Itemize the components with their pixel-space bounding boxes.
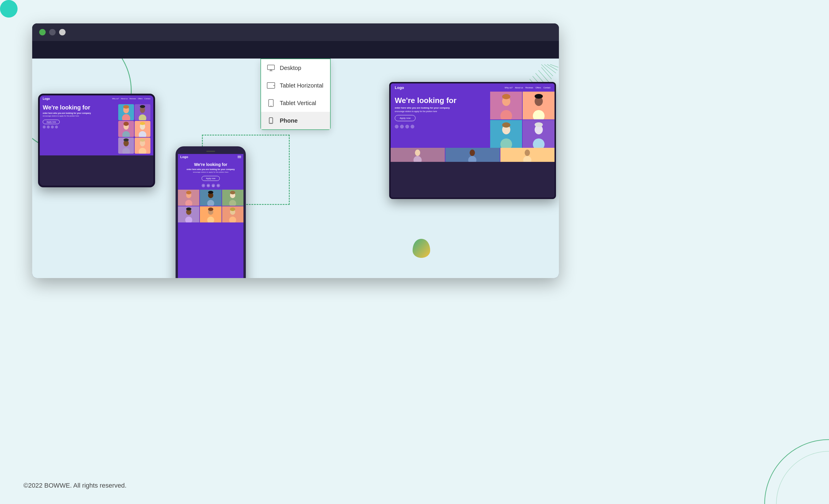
svg-point-7 (274, 85, 275, 86)
desktop-logo: Logo (395, 85, 404, 90)
desktop-social-li (400, 125, 404, 129)
svg-point-50 (185, 217, 192, 222)
svg-point-47 (229, 200, 236, 206)
svg-point-29 (122, 131, 130, 137)
svg-point-38 (139, 148, 146, 154)
desktop-hero-left: We're looking for enter here who you are… (391, 92, 487, 148)
phone-apply-button[interactable]: Apply now (202, 176, 220, 181)
svg-point-42 (186, 191, 191, 194)
browser-window: Phone Desktop (32, 24, 559, 278)
svg-point-24 (123, 105, 129, 109)
desktop-bottom-2 (445, 148, 500, 162)
tablet-description: encourage visitors to apply for the pisi… (43, 115, 116, 117)
device-option-desktop-label: Desktop (280, 65, 301, 71)
svg-point-66 (502, 122, 510, 128)
tablet-photo-2 (135, 104, 150, 120)
phone-social-ig: ◎ (212, 184, 215, 187)
svg-point-11 (271, 122, 271, 123)
browser-titlebar (32, 24, 559, 41)
desktop-subtitle: enter here who you are looking for your … (395, 107, 483, 109)
desktop-headline: We're looking for (395, 96, 483, 105)
desktop-social-h (410, 125, 414, 129)
phone-notch (178, 149, 244, 154)
tablet-photo-5 (118, 138, 134, 154)
titlebar-dot-green[interactable] (39, 29, 46, 35)
svg-point-57 (230, 208, 235, 211)
device-selector[interactable]: Phone Desktop (260, 59, 331, 59)
phone-headline: We're looking for (181, 162, 241, 167)
desktop-apply-button[interactable]: Apply now (395, 115, 416, 121)
svg-point-48 (230, 191, 235, 194)
tablet-social-h (55, 125, 58, 129)
tablet-social-linkedin (47, 125, 50, 129)
desktop-bottom-strip (391, 148, 554, 162)
svg-point-35 (122, 148, 130, 154)
phone-photo-2 (200, 190, 221, 206)
phone-description: enourage visitors to apply for the pisit… (181, 171, 241, 173)
desktop-hero: We're looking for enter here who you are… (391, 92, 554, 148)
phone-social-li: in (207, 184, 210, 187)
tablet-photo-6 (135, 138, 150, 154)
svg-point-63 (535, 94, 543, 99)
page-footer: ©2022 BOWWE. All rights reserved. (24, 482, 127, 490)
svg-point-68 (533, 138, 545, 148)
svg-point-44 (207, 200, 214, 206)
desktop-nav: Logo Why us? About us Reviews Offers Con… (391, 83, 554, 92)
svg-rect-8 (268, 100, 273, 107)
svg-point-36 (123, 138, 129, 141)
tablet-subtitle: enter here who you are looking for your … (43, 112, 116, 114)
phone-photo-grid (178, 190, 244, 222)
titlebar-dot-gray[interactable] (49, 29, 56, 35)
svg-point-54 (208, 208, 213, 211)
tablet-h-icon (267, 81, 275, 89)
svg-point-72 (470, 150, 475, 156)
phone-device: Logo We're looking for enter here who yo… (176, 146, 246, 278)
svg-point-59 (500, 110, 512, 119)
svg-point-9 (271, 106, 271, 106)
svg-point-69 (535, 122, 543, 127)
svg-point-30 (123, 122, 129, 126)
device-option-tablet-h-label: Tablet Horizontal (280, 82, 323, 89)
svg-point-33 (140, 122, 145, 125)
phone-social-fb: f (202, 184, 205, 187)
svg-point-70 (415, 150, 420, 156)
desktop-device: Logo Why us? About us Reviews Offers Con… (389, 82, 556, 199)
svg-point-77 (776, 451, 829, 504)
svg-point-56 (229, 217, 236, 222)
bg-circle-green (0, 0, 17, 17)
desktop-description: encourage visitors to apply for the pisi… (395, 110, 483, 112)
phone-photo-6 (222, 206, 244, 222)
device-dropdown: Desktop Tablet Horizontal (260, 59, 331, 130)
phone-hero: We're looking for enter here who you are… (178, 160, 244, 190)
tablet-nav: Logo Why us? About us Reviews Offers Con… (40, 96, 153, 102)
device-option-tablet-v[interactable]: Tablet Vertical (261, 94, 330, 112)
svg-point-53 (207, 217, 214, 222)
svg-point-73 (468, 156, 476, 162)
svg-point-74 (525, 150, 530, 156)
phone-social-icons: f in ◎ h (181, 184, 241, 187)
svg-point-51 (186, 208, 191, 210)
desktop-photo-3 (490, 120, 522, 148)
phone-photo-3 (222, 190, 244, 206)
device-option-phone-label: Phone (280, 117, 298, 124)
hamburger-menu[interactable] (238, 156, 241, 158)
svg-point-60 (502, 94, 510, 99)
svg-point-32 (139, 131, 146, 137)
svg-point-76 (765, 440, 829, 504)
svg-point-23 (122, 114, 130, 120)
desktop-photo-4 (522, 120, 554, 148)
device-option-desktop[interactable]: Desktop (261, 59, 330, 77)
tablet-apply-button[interactable]: Apply now (43, 120, 60, 124)
svg-line-12 (541, 64, 553, 76)
tablet-hero-right (118, 104, 150, 154)
device-option-phone[interactable]: Phone (261, 112, 330, 130)
tablet-photo-4 (135, 121, 150, 137)
titlebar-dot-white[interactable] (59, 29, 66, 35)
phone-option-icon (267, 116, 275, 125)
device-option-tablet-h[interactable]: Tablet Horizontal (261, 77, 330, 94)
phone-subtitle: enter here who you are looking for your … (181, 168, 241, 170)
desktop-bottom-3 (500, 148, 554, 162)
desktop-nav-links: Why us? About us Reviews Offers Contact (505, 86, 550, 89)
desktop-social-fb (395, 125, 399, 129)
desktop-bottom-1 (391, 148, 445, 162)
